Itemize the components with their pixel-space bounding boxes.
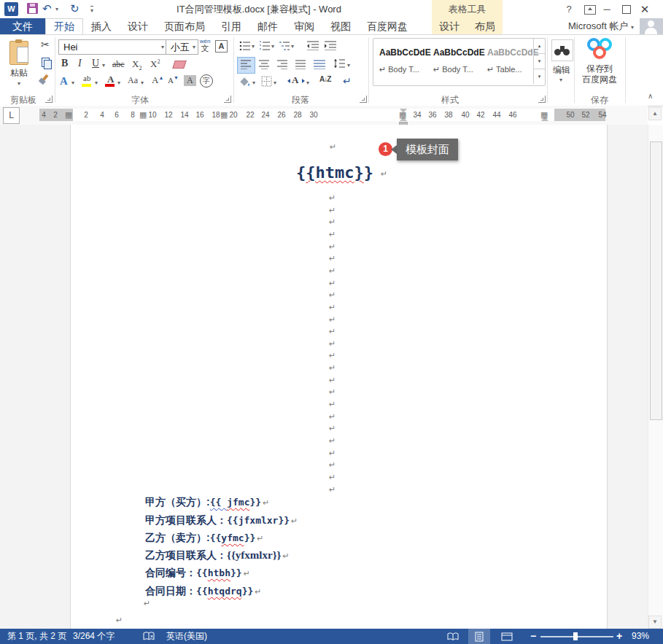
tab-邮件[interactable]: 邮件 — [249, 18, 286, 34]
word-count[interactable]: 3/264 个字 — [73, 629, 115, 644]
text-effects-dropdown-icon[interactable]: ▾ — [71, 79, 74, 86]
tab-table-design[interactable]: 设计 — [432, 18, 468, 34]
format-painter-icon[interactable] — [42, 74, 49, 81]
font-dialog-launcher-icon[interactable] — [224, 96, 231, 103]
bullets-icon[interactable] — [239, 41, 251, 50]
tab-引用[interactable]: 引用 — [213, 18, 249, 34]
tab-插入[interactable]: 插入 — [83, 18, 120, 34]
asian-layout-dropdown-icon[interactable]: ▾ — [306, 79, 309, 86]
save-to-baidu-button[interactable]: 百度网盘 — [578, 74, 621, 86]
font-size-combo[interactable]: 小五▾ — [166, 39, 198, 55]
bullets-dropdown-icon[interactable]: ▾ — [252, 43, 255, 50]
scroll-down-icon[interactable]: ▼ — [648, 616, 662, 629]
editing-button[interactable]: 编辑 — [546, 64, 578, 77]
template-heading[interactable]: {{htmc}} — [296, 163, 373, 182]
highlight-button[interactable]: ab — [83, 74, 90, 82]
strikethrough-button[interactable]: abc — [112, 59, 125, 70]
font-family-combo[interactable]: Hei▾ — [58, 39, 167, 55]
zoom-slider-thumb[interactable] — [573, 632, 578, 640]
grow-font-button[interactable]: A▲ — [152, 74, 163, 86]
justify-icon[interactable] — [295, 60, 306, 69]
table-column-marker[interactable]: ▦ — [540, 109, 548, 121]
scroll-up-icon[interactable]: ▲ — [648, 107, 662, 120]
qat-customize-icon[interactable]: ▾ — [90, 6, 93, 14]
restore-icon[interactable] — [622, 5, 631, 14]
table-column-marker[interactable]: ▦ — [220, 109, 228, 121]
styles-dialog-launcher-icon[interactable] — [538, 96, 546, 103]
avatar[interactable] — [640, 18, 663, 34]
paste-icon[interactable] — [9, 41, 28, 65]
language-indicator[interactable]: 英语(美国) — [166, 629, 207, 644]
paste-button[interactable]: 粘贴 — [10, 67, 28, 79]
table-column-marker[interactable]: ▦ — [65, 109, 72, 121]
cut-icon[interactable]: ✂ — [41, 39, 50, 50]
copy-icon[interactable] — [42, 58, 50, 67]
save-icon[interactable] — [27, 3, 38, 14]
align-right-icon[interactable] — [276, 60, 288, 69]
multilevel-list-icon[interactable] — [279, 41, 290, 50]
editing-dropdown-icon[interactable]: ▾ — [559, 77, 562, 83]
underline-button[interactable]: U — [92, 58, 99, 69]
find-binoculars-icon[interactable] — [551, 39, 573, 61]
doc-line[interactable]: 合同编号：{{htbh}}↵ — [145, 567, 250, 581]
zoom-out-button[interactable]: − — [530, 629, 536, 644]
multilevel-dropdown-icon[interactable]: ▾ — [291, 43, 294, 50]
collapse-ribbon-icon[interactable]: ∧ — [648, 92, 653, 100]
font-color-dropdown-icon[interactable]: ▾ — [117, 79, 120, 86]
clear-formatting-icon[interactable] — [172, 61, 187, 69]
zoom-in-button[interactable]: + — [616, 629, 622, 644]
sort-icon[interactable]: A↓Z — [319, 75, 330, 83]
horizontal-ruler[interactable]: 4224681012141618202224262830343638404244… — [39, 109, 605, 121]
doc-line[interactable]: 甲方项目联系人：{{jfxmlxr}}↵ — [145, 514, 298, 529]
font-family-dropdown-icon[interactable]: ▾ — [161, 40, 164, 54]
tab-开始[interactable]: 开始 — [45, 18, 83, 34]
table-column-marker[interactable]: ▦ — [139, 109, 147, 121]
borders-icon[interactable] — [261, 76, 272, 87]
change-case-button[interactable]: Aa — [128, 75, 138, 86]
line-spacing-dropdown-icon[interactable]: ▾ — [347, 62, 350, 69]
tab-设计[interactable]: 设计 — [120, 18, 156, 34]
doc-line[interactable]: 乙方项目联系人：{{yfxmlxr}}↵ — [145, 549, 290, 564]
distribute-icon[interactable] — [313, 60, 326, 69]
superscript-button[interactable]: X2 — [150, 58, 160, 70]
style-card[interactable]: AaBbCcDdE↵ Table... — [484, 42, 535, 82]
document-area[interactable] — [0, 125, 648, 629]
account-name[interactable]: Microsoft 帐户 ▾ — [568, 18, 634, 34]
shading-bucket-icon[interactable] — [239, 76, 251, 87]
increase-indent-icon[interactable] — [324, 41, 337, 50]
doc-line[interactable]: 乙方（卖方）:{{yfmc}}↵ — [145, 532, 264, 546]
styles-scroll-up-icon[interactable]: ▴ — [534, 39, 545, 54]
bold-button[interactable]: B — [61, 58, 68, 69]
tab-审阅[interactable]: 审阅 — [286, 18, 322, 34]
shrink-font-button[interactable]: A▼ — [168, 75, 179, 85]
clipboard-dialog-launcher-icon[interactable] — [45, 96, 53, 103]
minimize-icon[interactable]: ─ — [600, 3, 614, 15]
table-column-marker[interactable]: ▦ — [399, 109, 406, 121]
highlight-dropdown-icon[interactable]: ▾ — [95, 79, 98, 86]
decrease-indent-icon[interactable] — [306, 41, 319, 50]
page-indicator[interactable]: 第 1 页, 共 2 页 — [7, 629, 66, 644]
undo-dropdown-icon[interactable]: ▾ — [55, 6, 58, 12]
baidu-netdisk-icon[interactable] — [593, 46, 606, 59]
ribbon-display-options-icon[interactable] — [584, 5, 596, 15]
numbering-dropdown-icon[interactable]: ▾ — [271, 43, 274, 50]
change-case-dropdown-icon[interactable]: ▾ — [141, 79, 144, 86]
scrollbar-thumb[interactable] — [650, 141, 662, 420]
align-left-icon[interactable] — [240, 60, 252, 69]
account-dropdown-icon[interactable]: ▾ — [631, 24, 634, 31]
align-center-icon[interactable] — [258, 60, 270, 69]
tab-页面布局[interactable]: 页面布局 — [156, 18, 213, 34]
redo-icon[interactable]: ↻ — [70, 2, 80, 15]
subscript-button[interactable]: X2 — [132, 58, 141, 71]
tab-table-layout[interactable]: 布局 — [468, 18, 503, 34]
style-card[interactable]: AaBbCcDdE↵ Body T... — [430, 42, 481, 82]
doc-line[interactable]: 合同日期：{{htqdrq}}↵ — [145, 585, 262, 600]
underline-dropdown-icon[interactable]: ▾ — [102, 62, 105, 69]
help-icon[interactable]: ? — [562, 3, 576, 15]
phonetic-guide-icon[interactable]: wén 文 — [198, 39, 212, 53]
zoom-percent[interactable]: 93% — [632, 629, 649, 644]
font-size-dropdown-icon[interactable]: ▾ — [193, 40, 195, 54]
styles-scroll-down-icon[interactable]: ▾ — [534, 54, 545, 69]
character-shading-button[interactable]: A — [184, 75, 196, 86]
tab-file[interactable]: 文件 — [0, 18, 45, 34]
